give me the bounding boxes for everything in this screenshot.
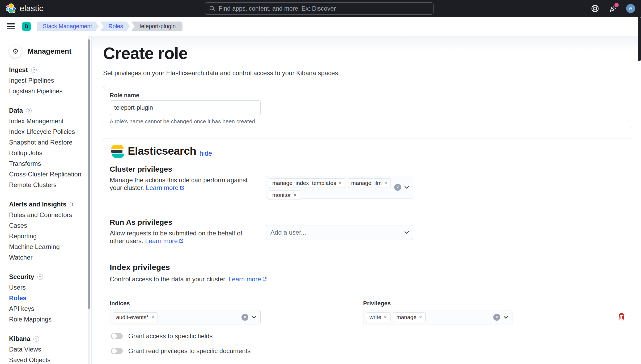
- help-circle-icon[interactable]: ?: [70, 202, 75, 207]
- grant-fields-toggle-label: Grant access to specific fields: [128, 332, 213, 340]
- elasticsearch-panel: Elasticsearch hide Cluster privileges Ma…: [103, 138, 632, 364]
- chevron-down-icon[interactable]: [404, 230, 410, 235]
- chevron-down-icon[interactable]: [404, 184, 410, 190]
- sidebar-nav: Ingest ? Ingest Pipelines Logstash Pipel…: [9, 65, 85, 364]
- main-content: Create role Set privileges on your Elast…: [92, 36, 641, 364]
- breadcrumb-roles[interactable]: Roles: [100, 22, 130, 31]
- sidebar-item-snapshot-and-restore[interactable]: Snapshot and Restore: [9, 137, 85, 148]
- page-title: Create role: [103, 44, 188, 63]
- privileges-combobox[interactable]: write✕ manage✕ ✕: [363, 310, 512, 324]
- sidebar-item-logstash-pipelines[interactable]: Logstash Pipelines: [9, 86, 85, 96]
- elasticsearch-logo-icon: [111, 145, 124, 158]
- chip-manage[interactable]: manage✕: [393, 312, 426, 322]
- run-as-placeholder: Add a user...: [266, 229, 404, 236]
- breadcrumb-stack-management[interactable]: Stack Management: [37, 22, 99, 31]
- run-as-learn-more-link[interactable]: Learn more: [145, 237, 184, 244]
- chevron-down-icon[interactable]: [503, 314, 509, 320]
- global-search[interactable]: [205, 2, 434, 15]
- grant-fields-toggle[interactable]: [111, 333, 123, 339]
- cluster-privileges-combobox[interactable]: manage_index_templates✕ manage_ilm✕ moni…: [266, 176, 413, 198]
- sidebar-item-ingest-pipelines[interactable]: Ingest Pipelines: [9, 75, 85, 86]
- role-name-label: Role name: [110, 92, 139, 99]
- external-link-icon: [180, 185, 184, 190]
- sidebar-item-data-views[interactable]: Data Views: [9, 344, 85, 355]
- chip-audit-events[interactable]: audit-events*✕: [113, 312, 158, 322]
- sidebar-scrollbar-thumb[interactable]: [88, 39, 90, 309]
- hide-link[interactable]: hide: [199, 150, 212, 157]
- indices-label: Indices: [110, 300, 130, 307]
- breadcrumb-current-role: teleport-plugin: [131, 22, 182, 31]
- run-as-combobox[interactable]: Add a user...: [266, 225, 413, 240]
- sidebar-item-index-lifecycle-policies[interactable]: Index Lifecycle Policies: [9, 126, 85, 137]
- help-icon[interactable]: [590, 3, 600, 14]
- global-search-input[interactable]: [219, 5, 430, 12]
- remove-chip-icon[interactable]: ✕: [384, 315, 387, 320]
- remove-chip-icon[interactable]: ✕: [151, 315, 155, 320]
- external-link-icon: [179, 239, 184, 243]
- chip-monitor[interactable]: monitor✕: [269, 190, 300, 200]
- remove-chip-icon[interactable]: ✕: [339, 181, 342, 185]
- newsfeed-icon[interactable]: [608, 3, 618, 14]
- clear-selection-icon[interactable]: ✕: [241, 314, 248, 321]
- breadcrumb-bar: D Stack Management Roles teleport-plugin: [0, 17, 641, 36]
- chip-write[interactable]: write✕: [366, 312, 390, 322]
- elastic-logo-icon: [6, 3, 16, 14]
- nav-section-data: Data ?: [9, 105, 85, 116]
- sidebar-item-api-keys[interactable]: API keys: [9, 303, 85, 314]
- page-subtitle: Set privileges on your Elasticsearch dat…: [103, 69, 340, 77]
- elastic-brand[interactable]: elastic: [0, 3, 43, 14]
- chip-manage-ilm[interactable]: manage_ilm✕: [348, 178, 391, 188]
- sidebar-item-machine-learning[interactable]: Machine Learning: [9, 242, 85, 252]
- help-circle-icon[interactable]: ?: [37, 274, 43, 280]
- role-name-input[interactable]: [110, 100, 261, 115]
- sidebar-item-transforms[interactable]: Transforms: [9, 158, 85, 169]
- remove-chip-icon[interactable]: ✕: [293, 193, 297, 197]
- sidebar-item-roles[interactable]: Roles: [9, 293, 85, 303]
- sidebar-item-rollup-jobs[interactable]: Rollup Jobs: [9, 148, 85, 158]
- sidebar-item-index-management[interactable]: Index Management: [9, 116, 85, 126]
- brand-name: elastic: [20, 4, 43, 13]
- remove-chip-icon[interactable]: ✕: [384, 181, 387, 185]
- cluster-privileges-heading: Cluster privileges: [110, 165, 172, 173]
- sidebar-title: Management: [28, 47, 71, 56]
- sidebar-item-reporting[interactable]: Reporting: [9, 231, 85, 242]
- delete-index-privilege-icon[interactable]: [618, 312, 626, 321]
- top-app-bar: elastic: [0, 0, 641, 17]
- sidebar-item-watcher[interactable]: Watcher: [9, 252, 85, 263]
- menu-icon[interactable]: [7, 23, 15, 29]
- role-name-panel: Role name A role's name cannot be change…: [103, 86, 632, 128]
- sidebar-item-remote-clusters[interactable]: Remote Clusters: [9, 180, 85, 190]
- sidebar-item-users[interactable]: Users: [9, 282, 85, 293]
- search-icon: [209, 5, 215, 12]
- breadcrumb: Stack Management Roles teleport-plugin: [37, 22, 182, 31]
- nav-section-kibana: Kibana ?: [9, 333, 85, 344]
- notification-badge: [614, 3, 619, 7]
- help-circle-icon[interactable]: ?: [33, 336, 39, 342]
- index-privileges-heading: Index privileges: [110, 263, 170, 272]
- grant-docs-toggle[interactable]: [111, 348, 123, 354]
- sidebar-item-cases[interactable]: Cases: [9, 220, 85, 231]
- chip-manage-index-templates[interactable]: manage_index_templates✕: [269, 178, 345, 188]
- space-avatar[interactable]: D: [22, 22, 31, 31]
- index-privileges-description: Control access to the data in your clust…: [110, 275, 349, 283]
- help-circle-icon[interactable]: ?: [31, 67, 37, 73]
- indices-combobox[interactable]: audit-events*✕ ✕: [110, 310, 261, 324]
- help-circle-icon[interactable]: ?: [26, 108, 32, 113]
- page-scrollbar-thumb[interactable]: [638, 17, 641, 61]
- grant-fields-toggle-row: Grant access to specific fields: [111, 332, 213, 340]
- user-avatar[interactable]: e: [626, 4, 635, 13]
- run-as-privileges-description: Allow requests to be submitted on the be…: [110, 229, 253, 245]
- sidebar-item-saved-objects[interactable]: Saved Objects: [9, 355, 85, 364]
- grant-docs-toggle-label: Grant read privileges to specific docume…: [128, 347, 251, 355]
- sidebar-item-rules-and-connectors[interactable]: Rules and Connectors: [9, 210, 85, 220]
- index-learn-more-link[interactable]: Learn more: [228, 276, 267, 283]
- elasticsearch-section-title: Elasticsearch: [128, 145, 196, 157]
- content-area: ⚙ Management Ingest ? Ingest Pipelines L…: [0, 36, 641, 364]
- clear-selection-icon[interactable]: ✕: [493, 314, 500, 321]
- chevron-down-icon[interactable]: [251, 314, 257, 320]
- cluster-learn-more-link[interactable]: Learn more: [146, 184, 184, 191]
- sidebar-item-cross-cluster-replication[interactable]: Cross-Cluster Replication: [9, 169, 85, 180]
- remove-chip-icon[interactable]: ✕: [419, 315, 422, 320]
- clear-selection-icon[interactable]: ✕: [394, 184, 401, 191]
- sidebar-item-role-mappings[interactable]: Role Mappings: [9, 314, 85, 325]
